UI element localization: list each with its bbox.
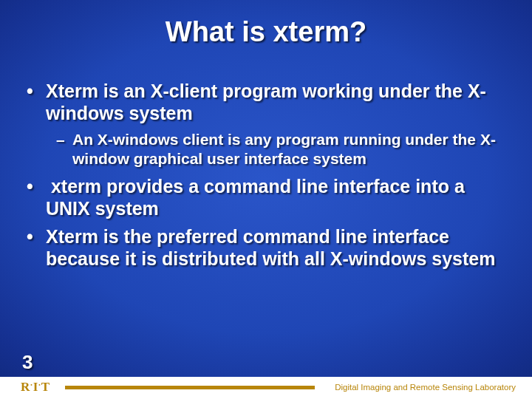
bullet-dot-icon: • xyxy=(27,80,46,102)
logo-letter: R xyxy=(21,380,30,394)
bullet-dot-icon: • xyxy=(27,225,46,248)
bullet-text: xterm provides a command line interface … xyxy=(46,175,505,219)
slide: What is xterm? • Xterm is an X-client pr… xyxy=(0,0,532,399)
bullet-text: An X-windows client is any program runni… xyxy=(72,130,505,169)
bullet-level-2: – An X-windows client is any program run… xyxy=(56,130,505,169)
slide-body: • Xterm is an X-client program working u… xyxy=(27,80,505,276)
footer-bar: R•I•T Digital Imaging and Remote Sensing… xyxy=(0,377,532,399)
bullet-dash-icon: – xyxy=(56,130,72,149)
bullet-text: Xterm is the preferred command line inte… xyxy=(46,225,505,270)
logo-letter: T xyxy=(41,380,50,394)
bullet-level-1: • Xterm is an X-client program working u… xyxy=(27,80,505,124)
slide-number: 3 xyxy=(22,351,33,374)
rit-logo: R•I•T xyxy=(21,380,50,395)
bullet-text: Xterm is an X-client program working und… xyxy=(46,80,505,124)
bullet-dot-icon: • xyxy=(27,175,46,197)
bullet-level-1: • Xterm is the preferred command line in… xyxy=(27,225,505,270)
bullet-level-1: • xterm provides a command line interfac… xyxy=(27,175,505,219)
footer-lab-name: Digital Imaging and Remote Sensing Labor… xyxy=(335,383,516,392)
slide-title: What is xterm? xyxy=(0,16,532,48)
footer-divider xyxy=(65,386,315,389)
